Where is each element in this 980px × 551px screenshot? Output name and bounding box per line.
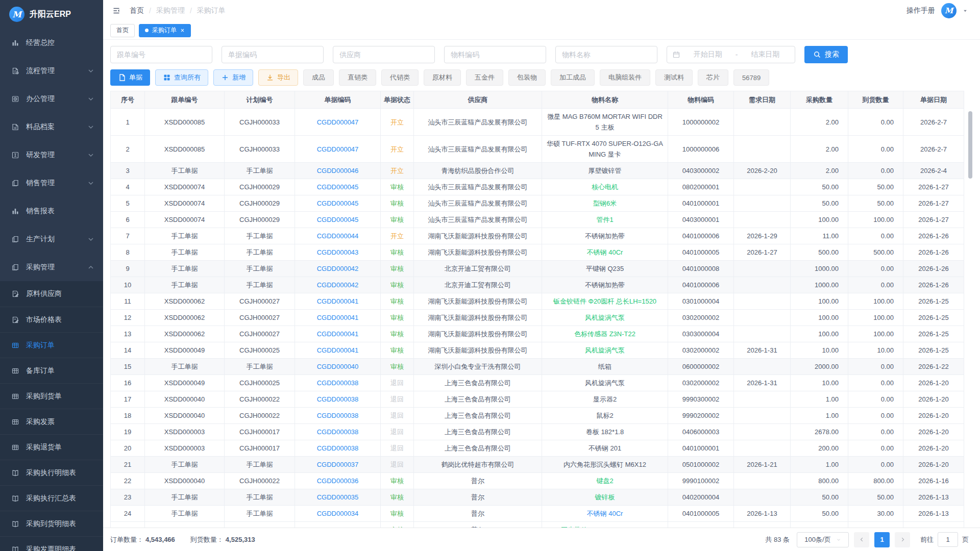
document-button[interactable]: 单据 [110, 69, 150, 86]
avatar[interactable]: M [941, 3, 957, 18]
table-row[interactable]: 6XSDD000074CGJH000029CGDD000045审核汕头市三辰蓝猫… [111, 212, 964, 228]
doc-code-link[interactable]: CGDD000038 [295, 408, 381, 424]
table-row[interactable]: 13XSDD000062CGJH000027CGDD000041审核湖南飞沃新能… [111, 326, 964, 342]
goto-page-input[interactable] [938, 532, 958, 547]
breadcrumb-item[interactable]: 首页 [130, 6, 144, 15]
sidebar-item-rnd-mgmt[interactable]: 研发管理 [0, 141, 103, 169]
table-row[interactable]: 8手工单据手工单据CGDD000043审核湖南飞沃新能源科技股份有限公司不锈钢 … [111, 244, 964, 261]
doc-code-link[interactable]: CGDD000038 [295, 424, 381, 440]
table-row[interactable]: 20XSDD000003CGJH000017CGDD000038退回上海三色食品… [111, 440, 964, 457]
category-chip-5[interactable]: 包装物 [508, 69, 546, 86]
material-name[interactable]: 钣金铰链件 Φ20圆杆 总长LH=1520 [542, 293, 668, 310]
user-caret-down-icon[interactable] [963, 8, 968, 13]
table-row[interactable]: 3手工单据手工单据CGDD000046开立青海纺织品股份合作公司厚壁镀锌管040… [111, 163, 964, 179]
doc-code-link[interactable]: CGDD000034 [295, 506, 381, 522]
filter-input-supplier[interactable] [333, 46, 435, 63]
table-row[interactable]: 24手工单据手工单据CGDD000034审核普尔不锈钢 40Cr04010000… [111, 506, 964, 522]
doc-code-link[interactable]: CGDD000046 [295, 163, 381, 179]
table-row[interactable]: 12XSDD000062CGJH000027CGDD000041审核湖南飞沃新能… [111, 310, 964, 326]
material-name[interactable]: 同步带件B CA=1800 JJ=1800 [542, 522, 668, 528]
table-row[interactable]: 4XSDD000074CGJH000029CGDD000045审核汕头市三辰蓝猫… [111, 179, 964, 195]
operation-manual-link[interactable]: 操作手册 [906, 6, 935, 15]
table-row[interactable]: 1XSDD000085CGJH000033CGDD000047开立汕头市三辰蓝猫… [111, 109, 964, 136]
doc-code-link[interactable]: CGDD000041 [295, 326, 381, 342]
sidebar-item-material-archive[interactable]: 料品档案 [0, 113, 103, 141]
table-row[interactable]: 7手工单据手工单据CGDD000044开立湖南飞沃新能源科技股份有限公司不锈钢加… [111, 228, 964, 244]
export-button[interactable]: 导出 [258, 69, 298, 86]
sidebar-subitem-purchase-invoice[interactable]: 采购发票 [0, 409, 103, 434]
breadcrumb-item[interactable]: 采购订单 [197, 6, 226, 15]
material-name[interactable]: 不锈钢 40Cr [542, 244, 668, 261]
filter-input-material-code[interactable] [444, 46, 546, 63]
table-row[interactable]: 10手工单据手工单据CGDD000042审核北京开迪工贸有限公司不锈钢加热带04… [111, 277, 964, 293]
category-chip-1[interactable]: 直销类 [339, 69, 376, 86]
doc-code-link[interactable]: CGDD000041 [295, 342, 381, 359]
material-name[interactable]: 键盘2 [542, 473, 668, 489]
doc-code-link[interactable]: CGDD000042 [295, 261, 381, 277]
doc-code-link[interactable]: CGDD000038 [295, 375, 381, 391]
doc-code-link[interactable]: CGDD000047 [295, 136, 381, 163]
sidebar-subitem-purchase-arrival-detail[interactable]: 采购到货明细表 [0, 511, 103, 536]
tab-purchase-order[interactable]: 采购订单 [139, 24, 191, 37]
table-row[interactable]: 21手工单据手工单据CGDD000037退回鹤岗比优特超市有限公司内六角花形沉头… [111, 457, 964, 473]
table-row[interactable]: 11XSDD000062CGJH000027CGDD000041审核湖南飞沃新能… [111, 293, 964, 310]
category-chip-10[interactable]: 56789 [733, 69, 769, 86]
sidebar-subitem-purchase-return[interactable]: 采购退货单 [0, 434, 103, 460]
material-name[interactable]: 管件1 [542, 212, 668, 228]
next-page-button[interactable] [895, 532, 910, 547]
material-name[interactable]: 风机旋涡气泵 [542, 342, 668, 359]
doc-code-link[interactable]: CGDD000036 [295, 473, 381, 489]
table-row[interactable]: 2XSDD000085CGJH000033CGDD000047开立汕头市三辰蓝猫… [111, 136, 964, 163]
category-chip-9[interactable]: 芯片 [698, 69, 728, 86]
material-name[interactable]: 核心电机 [542, 179, 668, 195]
doc-code-link[interactable]: CGDD000035 [295, 489, 381, 506]
table-row[interactable]: 23手工单据手工单据CGDD000035审核普尔镀锌板040200000450.… [111, 489, 964, 506]
sidebar-subitem-purchase-arrival[interactable]: 采购到货单 [0, 383, 103, 409]
category-chip-8[interactable]: 测试料 [655, 69, 693, 86]
query-all-button[interactable]: 查询所有 [155, 69, 208, 86]
category-chip-3[interactable]: 原材料 [424, 69, 461, 86]
doc-code-link[interactable]: CGDD000041 [295, 293, 381, 310]
filter-input-track-no[interactable] [110, 46, 212, 63]
doc-code-link[interactable]: CGDD000045 [295, 195, 381, 212]
page-size-select[interactable]: 100条/页 [797, 532, 849, 547]
sidebar-item-production-plan[interactable]: 生产计划 [0, 225, 103, 253]
sidebar-subitem-purchase-exec-detail[interactable]: 采购执行明细表 [0, 460, 103, 485]
table-row[interactable]: 22XSDD000040CGJH000022CGDD000036审核普尔键盘29… [111, 473, 964, 489]
sidebar-subitem-raw-supplier[interactable]: 原料供应商 [0, 281, 103, 307]
sidebar-subitem-purchase-invoice-detail[interactable]: 采购发票明细表 [0, 536, 103, 551]
sidebar-item-purchase-mgmt[interactable]: 采购管理 [0, 253, 103, 281]
search-button[interactable]: 搜索 [804, 46, 848, 63]
sidebar-subitem-stock-order[interactable]: 备库订单 [0, 358, 103, 383]
scrollbar-thumb[interactable] [968, 111, 972, 179]
filter-input-doc-code[interactable] [222, 46, 324, 63]
sidebar-item-business-overview[interactable]: 经营总控 [0, 29, 103, 57]
doc-code-link[interactable]: CGDD000038 [295, 440, 381, 457]
sidebar-subitem-purchase-exec-summary[interactable]: 采购执行汇总表 [0, 485, 103, 511]
table-row[interactable]: 19XSDD000003CGJH000017CGDD000038退回上海三色食品… [111, 424, 964, 440]
doc-code-link[interactable]: CGDD000045 [295, 212, 381, 228]
category-chip-0[interactable]: 成品 [303, 69, 334, 86]
doc-code-link[interactable]: CGDD000044 [295, 228, 381, 244]
date-range-picker[interactable]: 开始日期-结束日期 [667, 46, 795, 63]
doc-code-link[interactable]: CGDD000042 [295, 277, 381, 293]
sidebar-subitem-purchase-order[interactable]: 采购订单 [0, 332, 103, 358]
filter-input-material-name[interactable] [555, 46, 657, 63]
table-row[interactable]: 18XSDD000040CGJH000022CGDD000038退回上海三色食品… [111, 408, 964, 424]
table-row[interactable]: 17XSDD000040CGJH000022CGDD000038退回上海三色食品… [111, 391, 964, 408]
material-name[interactable]: 不锈钢 40Cr [542, 506, 668, 522]
sidebar-item-office-mgmt[interactable]: 办公管理 [0, 85, 103, 113]
doc-code-link[interactable]: CGDD000041 [295, 310, 381, 326]
table-row[interactable]: 16XSDD000049CGJH000025CGDD000038退回上海三色食品… [111, 375, 964, 391]
doc-code-link[interactable]: CGDD000037 [295, 457, 381, 473]
sidebar-item-sales-mgmt[interactable]: 销售管理 [0, 169, 103, 197]
prev-page-button[interactable] [854, 532, 869, 547]
doc-code-link[interactable]: CGDD000040 [295, 359, 381, 375]
category-chip-2[interactable]: 代销类 [381, 69, 419, 86]
collapse-menu-icon[interactable] [112, 7, 120, 15]
table-row[interactable]: 9手工单据手工单据CGDD000042审核北京开迪工贸有限公司平键钢 Q2350… [111, 261, 964, 277]
category-chip-4[interactable]: 五金件 [466, 69, 503, 86]
table-row[interactable]: 25XSDD000046CGJH000021CGDD000033审核普尔同步带件… [111, 522, 964, 528]
sidebar-subitem-market-price[interactable]: 市场价格表 [0, 307, 103, 332]
material-name[interactable]: 色标传感器 Z3N-T22 [542, 326, 668, 342]
